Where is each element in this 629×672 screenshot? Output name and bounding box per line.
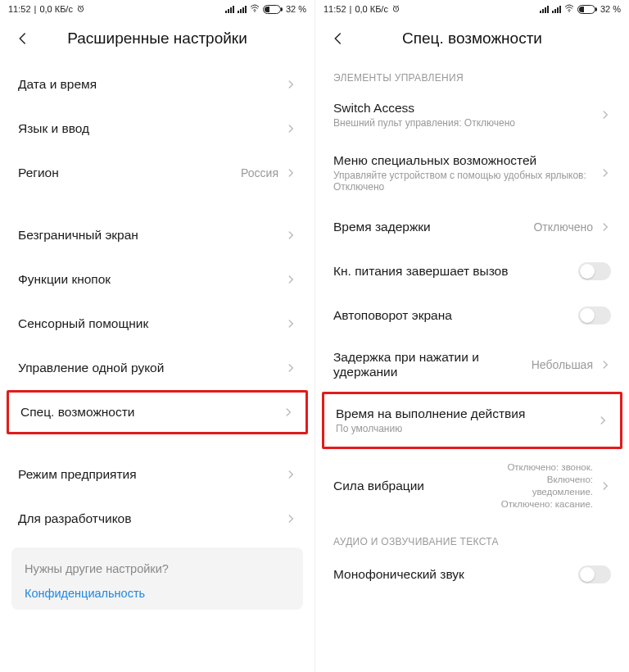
alarm-icon (76, 4, 85, 15)
row-label: Время задержки (333, 220, 533, 234)
row-sub: По умолчанию (336, 423, 597, 434)
signal-icon-2 (238, 6, 247, 13)
row-label: Монофонический звук (333, 567, 578, 582)
signal-icon (225, 6, 234, 13)
row-label: Время на выполнение действия (336, 406, 597, 421)
wifi-icon (564, 4, 574, 14)
row-assistant[interactable]: Сенсорный помощник (0, 302, 314, 346)
row-mono-audio[interactable]: Монофонический звук (315, 552, 629, 597)
status-battery: 32 % (286, 4, 306, 14)
row-region[interactable]: Регион Россия (0, 151, 314, 195)
row-accessibility-menu[interactable]: Меню специальных возможностей Управляйте… (315, 141, 629, 205)
status-bar: 11:52 | 0,0 КБ/с 32 % (315, 0, 629, 18)
chevron-right-icon (285, 167, 296, 179)
row-vibration[interactable]: Сила вибрации Отключено: звонок. Включен… (315, 449, 629, 523)
chevron-right-icon (600, 221, 611, 233)
row-label: Switch Access (333, 101, 600, 116)
back-button[interactable] (330, 30, 346, 47)
row-label: Сила вибрации (333, 479, 495, 493)
row-delay-time[interactable]: Время задержки Отключено (315, 205, 629, 249)
row-date-time[interactable]: Дата и время (0, 62, 314, 107)
wifi-icon (250, 4, 260, 14)
row-developers[interactable]: Для разработчиков (0, 497, 314, 541)
row-value: Отключено (533, 220, 593, 234)
section-controls: ЭЛЕМЕНТЫ УПРАВЛЕНИЯ (315, 62, 629, 89)
row-touchhold[interactable]: Задержка при нажатии и удержании Небольш… (315, 338, 629, 392)
row-sub: Внешний пульт управления: Отключено (333, 117, 600, 129)
row-accessibility[interactable]: Спец. возможности (7, 390, 308, 434)
row-label: Дата и время (18, 77, 285, 92)
status-time: 11:52 (324, 4, 346, 14)
row-label: Меню специальных возможностей (333, 153, 600, 168)
chevron-right-icon (285, 229, 296, 241)
page-title: Спец. возможности (346, 30, 598, 48)
row-label: Безграничный экран (18, 228, 285, 243)
chevron-right-icon (597, 415, 609, 426)
signal-icon (540, 6, 549, 13)
row-label: Язык и ввод (18, 121, 285, 136)
row-switch-access[interactable]: Switch Access Внешний пульт управления: … (315, 89, 629, 141)
row-action-time[interactable]: Время на выполнение действия По умолчани… (322, 392, 622, 449)
battery-icon (263, 5, 283, 14)
toggle-autorotate[interactable] (578, 306, 611, 325)
battery-icon (577, 5, 597, 14)
suggestion-card: Нужны другие настройки? Конфиденциальнос… (11, 547, 303, 610)
row-label: Спец. возможности (20, 405, 283, 420)
chevron-right-icon (285, 513, 296, 524)
row-label: Для разработчиков (18, 511, 285, 526)
svg-point-1 (254, 11, 256, 12)
right-screen: 11:52 | 0,0 КБ/с 32 % Спец. возможности … (314, 0, 629, 672)
title-bar: Расширенные настройки (0, 18, 314, 62)
row-label: Режим предприятия (18, 467, 285, 482)
row-sub: Управляйте устройством с помощью удобных… (333, 170, 600, 193)
chevron-right-icon (285, 123, 296, 134)
chevron-right-icon (600, 480, 611, 492)
status-time: 11:52 (8, 4, 31, 14)
toggle-power-endcall[interactable] (578, 262, 611, 280)
row-fullscreen[interactable]: Безграничный экран (0, 213, 314, 257)
card-link-privacy[interactable]: Конфиденциальность (25, 587, 290, 600)
chevron-right-icon (600, 167, 611, 179)
row-label: Регион (18, 166, 241, 180)
chevron-right-icon (285, 469, 296, 480)
row-power-endcall[interactable]: Кн. питания завершает вызов (315, 249, 629, 293)
row-value: Россия (241, 166, 278, 179)
row-autorotate[interactable]: Автоповорот экрана (315, 293, 629, 338)
status-battery: 32 % (600, 4, 621, 14)
page-title: Расширенные настройки (31, 30, 283, 48)
svg-point-3 (568, 11, 570, 12)
toggle-mono-audio[interactable] (578, 565, 611, 583)
row-label: Автоповорот экрана (333, 308, 578, 323)
row-value: Отключено: звонок. Включено: уведомление… (495, 461, 593, 511)
chevron-right-icon (600, 359, 611, 370)
row-label: Задержка при нажатии и удержании (333, 350, 532, 379)
chevron-right-icon (285, 362, 296, 374)
row-buttons[interactable]: Функции кнопок (0, 257, 314, 302)
row-label: Функции кнопок (18, 272, 285, 287)
row-value: Небольшая (532, 358, 593, 371)
chevron-right-icon (285, 318, 296, 329)
back-button[interactable] (15, 30, 31, 47)
row-label: Управление одной рукой (18, 361, 285, 375)
alarm-icon (391, 4, 400, 15)
title-bar: Спец. возможности (315, 18, 629, 62)
chevron-right-icon (285, 79, 296, 90)
card-question: Нужны другие настройки? (25, 562, 290, 575)
row-language[interactable]: Язык и ввод (0, 107, 314, 151)
chevron-right-icon (285, 274, 296, 285)
row-enterprise[interactable]: Режим предприятия (0, 452, 314, 497)
row-label: Сенсорный помощник (18, 316, 285, 331)
chevron-right-icon (600, 109, 611, 120)
row-onehand[interactable]: Управление одной рукой (0, 346, 314, 390)
row-label: Кн. питания завершает вызов (333, 264, 578, 279)
status-net: 0,0 КБ/с (39, 4, 73, 14)
signal-icon-2 (552, 6, 561, 13)
left-screen: 11:52 | 0,0 КБ/с 32 % Расширенные настро… (0, 0, 314, 672)
section-audio: АУДИО И ОЗВУЧИВАНИЕ ТЕКСТА (315, 526, 629, 552)
status-net: 0,0 КБ/с (355, 4, 388, 14)
chevron-right-icon (283, 406, 294, 418)
status-bar: 11:52 | 0,0 КБ/с 32 % (0, 0, 314, 18)
